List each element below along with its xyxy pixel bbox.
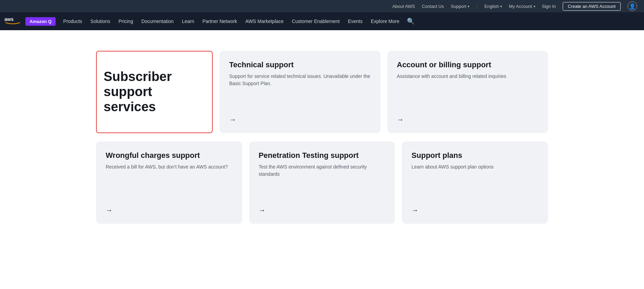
support-plans-desc: Learn about AWS support plan options <box>411 163 538 171</box>
svg-text:aws: aws <box>4 16 14 22</box>
main-nav: aws Amazon Q Products Solutions Pricing … <box>0 12 644 30</box>
contact-us-link[interactable]: Contact Us <box>422 4 444 9</box>
billing-support-card[interactable]: Account or billing support Assistance wi… <box>387 51 548 133</box>
account-chevron-icon: ▾ <box>534 4 535 8</box>
technical-support-card[interactable]: Technical support Support for service re… <box>220 51 380 133</box>
about-aws-link[interactable]: About AWS <box>392 4 415 9</box>
page-hero-title: Subscriber support services <box>96 51 213 133</box>
my-account-menu[interactable]: My Account ▾ <box>509 4 535 9</box>
pentest-support-desc: Test the AWS environment against defined… <box>259 163 386 178</box>
nav-products[interactable]: Products <box>60 16 85 26</box>
nav-partner-network[interactable]: Partner Network <box>199 16 241 26</box>
wrongful-charges-card[interactable]: Wrongful charges support Received a bill… <box>96 141 242 224</box>
billing-support-desc: Assistance with account and billing rela… <box>397 73 539 80</box>
nav-events[interactable]: Events <box>344 16 366 26</box>
user-avatar-icon[interactable]: 👤 <box>628 1 637 11</box>
pentest-support-arrow: → <box>259 206 266 214</box>
nav-documentation[interactable]: Documentation <box>138 16 177 26</box>
technical-support-arrow: → <box>229 116 236 124</box>
wrongful-charges-arrow: → <box>106 206 113 214</box>
billing-support-arrow: → <box>397 116 404 124</box>
card-content: Wrongful charges support Received a bill… <box>106 151 233 171</box>
support-chevron-icon: ▾ <box>468 4 469 8</box>
nav-aws-marketplace[interactable]: AWS Marketplace <box>242 16 287 26</box>
technical-support-desc: Support for service related technical is… <box>229 73 371 87</box>
card-content: Penetration Testing support Test the AWS… <box>259 151 386 178</box>
support-plans-card[interactable]: Support plans Learn about AWS support pl… <box>402 141 548 224</box>
support-link[interactable]: Support ▾ <box>451 4 470 9</box>
nav-explore-more[interactable]: Explore More <box>367 16 403 26</box>
nav-pricing[interactable]: Pricing <box>115 16 137 26</box>
sign-in-link[interactable]: Sign In <box>542 4 556 9</box>
divider: | <box>476 4 477 9</box>
language-selector[interactable]: English ▾ <box>484 4 502 9</box>
bottom-section: Wrongful charges support Received a bill… <box>96 141 548 224</box>
wrongful-charges-title: Wrongful charges support <box>106 151 233 160</box>
create-account-button[interactable]: Create an AWS Account <box>563 2 621 11</box>
main-content: Subscriber support services Technical su… <box>0 30 644 244</box>
top-section: Subscriber support services Technical su… <box>96 51 548 133</box>
pentest-support-title: Penetration Testing support <box>259 151 386 160</box>
billing-support-title: Account or billing support <box>397 60 539 69</box>
card-content: Account or billing support Assistance wi… <box>397 60 539 80</box>
search-icon[interactable]: 🔍 <box>404 15 417 27</box>
card-content: Technical support Support for service re… <box>229 60 371 87</box>
nav-learn[interactable]: Learn <box>178 16 198 26</box>
support-plans-arrow: → <box>411 206 418 214</box>
wrongful-charges-desc: Received a bill for AWS, but don't have … <box>106 163 233 171</box>
aws-logo[interactable]: aws <box>4 16 21 26</box>
nav-customer-enablement[interactable]: Customer Enablement <box>289 16 343 26</box>
pentest-support-card[interactable]: Penetration Testing support Test the AWS… <box>249 141 395 224</box>
top-utility-bar: About AWS Contact Us Support ▾ | English… <box>0 0 644 12</box>
nav-solutions[interactable]: Solutions <box>87 16 114 26</box>
technical-support-title: Technical support <box>229 60 371 69</box>
support-plans-title: Support plans <box>411 151 538 160</box>
card-content: Support plans Learn about AWS support pl… <box>411 151 538 171</box>
language-chevron-icon: ▾ <box>500 4 502 8</box>
amazon-q-button[interactable]: Amazon Q <box>25 17 56 26</box>
